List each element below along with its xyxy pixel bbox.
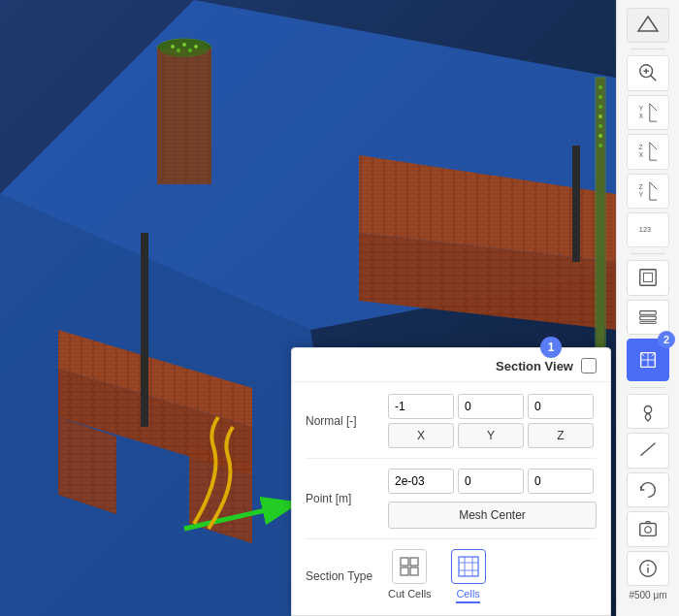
svg-point-70 [644, 406, 651, 413]
section-view-checkbox[interactable] [581, 358, 597, 373]
point-values-row [388, 469, 597, 494]
layers-btn[interactable] [627, 300, 669, 335]
panel-header: Section View [292, 348, 610, 382]
svg-point-24 [177, 49, 180, 52]
svg-rect-61 [643, 274, 652, 282]
axis-z-btn[interactable]: Z [528, 423, 594, 448]
svg-text:Y: Y [639, 190, 644, 197]
svg-text:X: X [639, 151, 644, 158]
axis-y-btn[interactable]: Y [458, 423, 524, 448]
type-cut-cells[interactable]: Cut Cells [388, 549, 432, 603]
section-panel: 1 Section View Normal [-] X Y Z [291, 347, 611, 616]
type-options: Cut Cells Cells [388, 549, 597, 603]
svg-text:X: X [639, 112, 644, 118]
view-zy-btn[interactable]: Z Y [627, 174, 669, 209]
section-type-row: Section Type Cut Cells [306, 549, 597, 603]
normal-x-input[interactable] [388, 394, 454, 419]
svg-rect-64 [640, 321, 657, 323]
svg-point-35 [598, 144, 602, 147]
svg-text:Y: Y [639, 105, 644, 112]
svg-rect-19 [157, 49, 211, 184]
svg-point-30 [598, 95, 602, 99]
svg-rect-63 [640, 316, 657, 320]
svg-line-56 [650, 182, 657, 189]
svg-point-29 [598, 85, 602, 89]
axis-buttons-row: X Y Z [388, 423, 597, 448]
point-field-row: Point [m] Mesh Center [306, 469, 597, 529]
section-type-label: Section Type [306, 569, 388, 583]
panel-title: Section View [496, 359, 573, 373]
zoom-btn[interactable] [627, 55, 669, 90]
svg-line-51 [650, 143, 657, 149]
type-cells[interactable]: Cells [451, 549, 486, 603]
point-inputs: Mesh Center [388, 469, 597, 529]
svg-rect-62 [640, 310, 657, 314]
svg-point-31 [598, 105, 602, 109]
svg-line-41 [651, 76, 657, 81]
view-123-btn[interactable]: 123 [627, 212, 669, 247]
svg-point-22 [182, 43, 186, 47]
svg-point-75 [645, 527, 651, 533]
divider-1 [306, 458, 597, 459]
svg-text:Z: Z [639, 183, 643, 190]
cells-icon [451, 549, 486, 584]
toolbar-sep-1 [630, 49, 665, 49]
svg-rect-82 [410, 567, 418, 575]
svg-rect-83 [459, 557, 478, 576]
normal-z-input[interactable] [528, 394, 594, 419]
svg-rect-37 [572, 146, 580, 262]
point-y-input[interactable] [458, 469, 524, 494]
point-label: Point [m] [306, 492, 388, 505]
point-x-input[interactable] [388, 469, 454, 494]
svg-rect-79 [401, 558, 408, 566]
cut-cells-label: Cut Cells [388, 588, 432, 600]
view-yx-btn[interactable]: Y X [627, 95, 669, 130]
toolbar-badge-2: 2 [658, 331, 675, 348]
screenshot-btn[interactable] [627, 511, 669, 546]
svg-point-33 [598, 124, 602, 128]
svg-marker-39 [638, 16, 658, 31]
svg-rect-60 [640, 270, 657, 286]
svg-point-23 [194, 45, 198, 49]
mesh-center-btn[interactable]: Mesh Center [388, 502, 597, 529]
svg-rect-80 [410, 558, 418, 566]
normal-field-row: Normal [-] X Y Z [306, 394, 597, 448]
toolbar-sep-3 [630, 387, 665, 388]
measure-btn[interactable] [627, 433, 669, 468]
toolbar-logo-btn[interactable] [627, 8, 669, 43]
cells-label: Cells [456, 588, 479, 603]
normal-values-row [388, 394, 597, 419]
svg-point-78 [647, 564, 649, 566]
info-btn[interactable] [627, 551, 669, 586]
svg-rect-81 [401, 567, 408, 575]
normal-label: Normal [-] [306, 414, 388, 428]
axis-x-btn[interactable]: X [388, 423, 454, 448]
cut-cells-icon [392, 549, 427, 584]
svg-point-21 [171, 45, 175, 49]
svg-text:Z: Z [639, 144, 643, 150]
svg-line-46 [650, 104, 657, 111]
panel-body: Normal [-] X Y Z Point [m] [292, 382, 610, 615]
svg-rect-74 [640, 524, 657, 536]
location-btn[interactable] [627, 394, 669, 429]
point-z-input[interactable] [528, 469, 594, 494]
svg-rect-36 [141, 233, 148, 427]
refresh-btn[interactable] [627, 472, 669, 507]
scale-label: #500 μm [629, 590, 666, 608]
svg-point-32 [598, 114, 602, 118]
svg-point-20 [159, 40, 210, 57]
normal-y-input[interactable] [458, 394, 524, 419]
view-zx-btn[interactable]: Z X [627, 134, 669, 169]
normal-inputs: X Y Z [388, 394, 597, 448]
right-toolbar: Y X Z X Z Y 123 [616, 0, 679, 616]
divider-2 [306, 538, 597, 539]
svg-text:123: 123 [639, 225, 651, 234]
svg-point-34 [598, 134, 602, 138]
toolbar-sep-2 [630, 253, 665, 254]
svg-point-25 [188, 49, 192, 52]
frame-btn[interactable] [627, 260, 669, 295]
